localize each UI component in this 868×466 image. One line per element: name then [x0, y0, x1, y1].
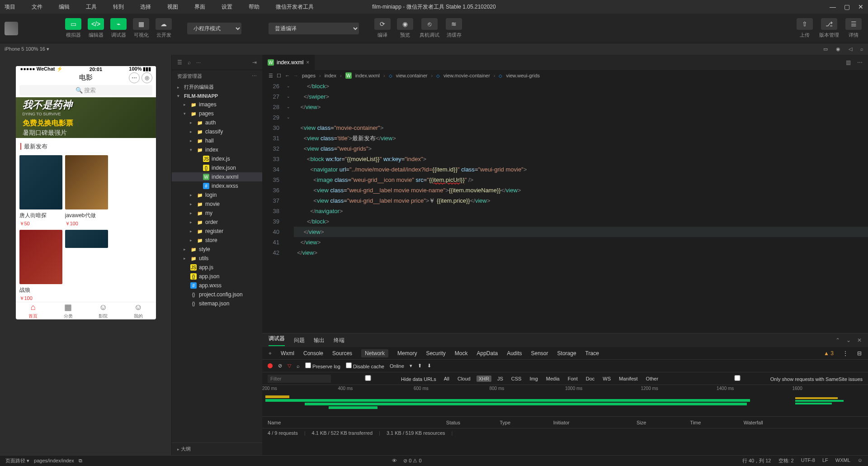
- samesite-checkbox[interactable]: Only show requests with SameSite issues: [706, 375, 863, 382]
- tree-item-images[interactable]: ▸📁images: [172, 100, 262, 109]
- tree-item-index[interactable]: ▾📁index: [172, 145, 262, 154]
- devtools-subtab-Mock[interactable]: Mock: [455, 350, 468, 357]
- net-header-Size[interactable]: Size: [637, 420, 690, 425]
- breadcrumb-item[interactable]: pages: [302, 73, 316, 78]
- dock-icon[interactable]: ⊟: [857, 350, 862, 357]
- status-item[interactable]: 空格: 2: [778, 457, 794, 464]
- filter-CSS[interactable]: CSS: [509, 376, 524, 382]
- phone-preview[interactable]: ●●●●● WeChat ⚡ 20:01 100% ▮▮▮ 电影 ⋯ ◎ 🔍 搜…: [16, 66, 156, 319]
- status-item[interactable]: 行 40，列 12: [742, 457, 771, 464]
- devtools-tab-终端[interactable]: 终端: [334, 337, 344, 344]
- movie-card[interactable]: 战狼￥100: [19, 230, 62, 302]
- inspect-icon[interactable]: ⌖: [269, 350, 272, 357]
- section-open-editors[interactable]: 打开的编辑器: [184, 84, 214, 90]
- status-item[interactable]: LF: [822, 457, 828, 464]
- filter-Media[interactable]: Media: [544, 376, 562, 382]
- swiper-banner[interactable]: 我不是药神 DYING TO SURVIVE 免费兑换电影票 暑期口碑最强片: [16, 97, 156, 138]
- tab-indexwxml[interactable]: W index.wxml ×: [262, 55, 315, 70]
- tree-item-sitemap.json[interactable]: {}sitemap.json: [172, 299, 262, 308]
- devtools-tab-调试器[interactable]: 调试器: [269, 335, 285, 346]
- filter-WS[interactable]: WS: [600, 376, 613, 382]
- menu-帮助[interactable]: 帮助: [249, 3, 259, 11]
- code-editor[interactable]: 2627282930313233343536373839404142 ⌄ ⌄⌄⌄…: [262, 81, 868, 333]
- devtools-tab-问题[interactable]: 问题: [294, 337, 305, 344]
- tree-item-style[interactable]: ▸📁style: [172, 245, 262, 254]
- explorer-action-icon[interactable]: ⌕: [188, 59, 191, 66]
- filter-Manifest[interactable]: Manifest: [617, 376, 640, 382]
- explorer-action-icon[interactable]: ☰: [177, 59, 182, 66]
- menu-文件[interactable]: 文件: [32, 3, 42, 11]
- preserve-log-checkbox[interactable]: Preserve log: [305, 362, 340, 369]
- devtools-tab-输出[interactable]: 输出: [314, 337, 325, 344]
- breadcrumb-item[interactable]: view.weui-grids: [506, 73, 540, 78]
- chevron-up-icon[interactable]: ⌃: [835, 337, 840, 343]
- net-header-Waterfall[interactable]: Waterfall: [744, 420, 863, 425]
- devtools-subtab-Trace[interactable]: Trace: [585, 350, 599, 357]
- more-icon[interactable]: ⋯: [857, 59, 863, 66]
- breadcrumb-item[interactable]: index.wxml: [355, 73, 380, 78]
- filter-Font[interactable]: Font: [566, 376, 580, 382]
- collapse-icon[interactable]: ⇥: [252, 59, 257, 66]
- bookmark-icon[interactable]: ☐: [277, 73, 281, 79]
- compile-select[interactable]: 普通编译: [269, 23, 359, 34]
- filter-XHR[interactable]: XHR: [476, 376, 491, 382]
- minimize-icon[interactable]: —: [830, 3, 836, 10]
- close-tab-icon[interactable]: ×: [306, 59, 309, 66]
- net-header-Initiator[interactable]: Initiator: [553, 420, 637, 425]
- device-selector[interactable]: iPhone 5 100% 16 ▾: [5, 46, 49, 52]
- tree-item-login[interactable]: ▸📁login: [172, 190, 262, 200]
- tree-item-auth[interactable]: ▸📁auth: [172, 118, 262, 127]
- close-icon[interactable]: ✕: [857, 337, 862, 343]
- tree-item-app.wxss[interactable]: #app.wxss: [172, 281, 262, 290]
- devtools-subtab-Network[interactable]: Network: [361, 349, 388, 357]
- back-icon[interactable]: ←: [285, 73, 290, 78]
- net-header-Name[interactable]: Name: [268, 420, 446, 425]
- clear-icon[interactable]: ⊘: [278, 363, 282, 369]
- tree-item-project.config.json[interactable]: {}project.config.json: [172, 290, 262, 299]
- net-header-Status[interactable]: Status: [446, 420, 500, 425]
- menu-工具[interactable]: 工具: [86, 3, 97, 11]
- search-input[interactable]: 🔍 搜索: [19, 85, 152, 95]
- network-filter-input[interactable]: [268, 375, 331, 383]
- filter-Cloud[interactable]: Cloud: [455, 376, 473, 382]
- tool-编译[interactable]: ⟳编译: [373, 18, 392, 38]
- target-icon[interactable]: ◎: [142, 72, 152, 83]
- devtools-subtab-Sources[interactable]: Sources: [332, 350, 352, 357]
- tree-item-my[interactable]: ▸📁my: [172, 209, 262, 218]
- search-icon[interactable]: ⌕: [297, 363, 300, 369]
- devicebar-icon[interactable]: ▭: [823, 46, 828, 52]
- filter-icon[interactable]: ▽: [288, 363, 291, 369]
- chevron-down-icon[interactable]: ⌄: [846, 337, 851, 343]
- tool-调试器[interactable]: ⌁调试器: [108, 18, 128, 38]
- movie-card[interactable]: [65, 230, 108, 302]
- tool-可视化[interactable]: ▦可视化: [131, 18, 151, 38]
- tree-item-classify[interactable]: ▸📁classify: [172, 127, 262, 136]
- tree-item-movie[interactable]: ▸📁movie: [172, 200, 262, 209]
- hide-dataurls-checkbox[interactable]: Hide data URLs: [336, 375, 436, 382]
- tool-真机调试[interactable]: ⎋真机调试: [418, 18, 441, 38]
- list-icon[interactable]: ☰: [269, 73, 273, 79]
- devtools-subtab-Wxml[interactable]: Wxml: [281, 350, 294, 357]
- devtools-subtab-Audits[interactable]: Audits: [507, 350, 522, 357]
- devicebar-icon[interactable]: ◉: [836, 46, 840, 52]
- devicebar-icon[interactable]: ◁: [849, 46, 852, 52]
- more-icon[interactable]: ⋮: [843, 350, 848, 357]
- status-item[interactable]: WXML: [835, 457, 850, 464]
- tree-item-index.json[interactable]: {}index.json: [172, 163, 262, 172]
- status-item[interactable]: pages/index/index: [34, 458, 74, 463]
- outline-section[interactable]: 大纲: [181, 446, 191, 452]
- filter-Other[interactable]: Other: [644, 376, 661, 382]
- mode-select[interactable]: 小程序模式: [187, 23, 241, 34]
- tool-版本管理[interactable]: ⎇版本管理: [817, 18, 841, 38]
- tab-我的[interactable]: ☺我的: [121, 302, 156, 319]
- tree-item-hall[interactable]: ▸📁hall: [172, 136, 262, 145]
- movie-card[interactable]: javaweb代做￥100: [65, 155, 108, 227]
- tool-编辑器[interactable]: </>编辑器: [86, 18, 106, 38]
- net-header-Time[interactable]: Time: [690, 420, 743, 425]
- tree-item-store[interactable]: ▸📁store: [172, 236, 262, 245]
- breadcrumb-item[interactable]: index: [325, 73, 336, 78]
- tab-首页[interactable]: ⌂首页: [16, 302, 51, 319]
- tool-云开发[interactable]: ☁云开发: [154, 18, 174, 38]
- record-icon[interactable]: [268, 363, 273, 368]
- menu-icon[interactable]: ⋯: [129, 72, 140, 83]
